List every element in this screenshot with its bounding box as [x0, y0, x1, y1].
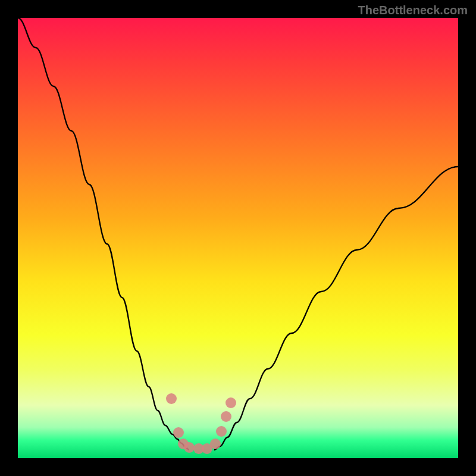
marker-dot [216, 426, 227, 437]
marker-dot [184, 442, 195, 453]
left-curve-line [18, 18, 189, 450]
marker-dot [166, 393, 177, 404]
marker-dot [226, 397, 236, 408]
marker-dot [173, 427, 184, 438]
curve-markers [166, 393, 236, 454]
marker-dot [210, 439, 221, 449]
right-curve-line [214, 167, 458, 450]
marker-dot [221, 411, 231, 422]
watermark-text: TheBottleneck.com [358, 4, 468, 17]
chart-frame: TheBottleneck.com [0, 0, 476, 476]
chart-plot-area [18, 18, 458, 458]
chart-svg [18, 18, 458, 458]
